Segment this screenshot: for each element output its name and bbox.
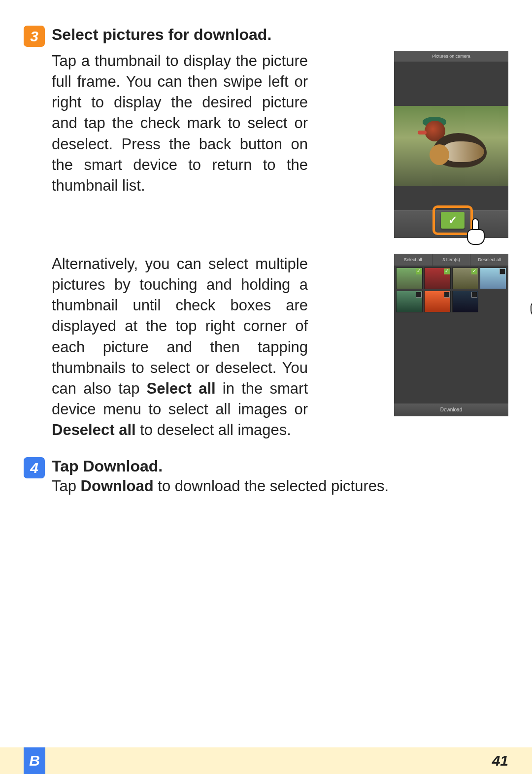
deselect-all-button[interactable]: Deselect all <box>470 254 508 266</box>
phone1-top-area <box>394 62 508 106</box>
phone1-title-bar: Pictures on camera <box>394 51 508 62</box>
thumbnail-checkbox[interactable] <box>499 269 505 274</box>
thumbnail-checkbox[interactable] <box>416 269 422 274</box>
selection-count: 3 Item(s) <box>432 254 471 266</box>
thumbnail-checkbox[interactable] <box>444 292 450 298</box>
select-checkmark-button[interactable]: ✓ <box>441 212 465 229</box>
manual-page: 3 Select pictures for download. Tap a th… <box>0 0 532 774</box>
page-number: 41 <box>492 747 508 774</box>
step-4-body: Tap Download to download the selected pi… <box>52 476 389 497</box>
figure-thumbnail-grid: Select all 3 Item(s) Deselect all Downlo… <box>394 254 508 416</box>
download-button[interactable]: Download <box>394 404 508 416</box>
thumbnail-checkbox[interactable] <box>471 269 477 274</box>
phone1-full-image[interactable] <box>394 106 508 186</box>
thumbnail[interactable] <box>480 268 506 289</box>
step-3-row-2: Alternatively, you can select multiple p… <box>24 254 508 440</box>
select-all-button[interactable]: Select all <box>394 254 432 266</box>
step-3-para-1: Tap a thumbnail to display the picture f… <box>52 51 308 196</box>
step-3-header: 3 Select pictures for download. <box>24 25 508 47</box>
step-4-header: 4 Tap Download. Tap Download to download… <box>24 456 508 497</box>
step-3-para-2: Alternatively, you can select multiple p… <box>52 254 308 440</box>
thumbnail-checkbox[interactable] <box>471 292 477 298</box>
step-3-row-1: Tap a thumbnail to display the picture f… <box>24 51 508 238</box>
tap-hand-icon <box>527 291 532 319</box>
thumbnail[interactable] <box>396 291 423 312</box>
tap-hand-icon <box>463 218 486 247</box>
step-4-title: Tap Download. <box>52 456 389 476</box>
phone2-top-menu: Select all 3 Item(s) Deselect all <box>394 254 508 266</box>
thumbnail[interactable] <box>396 268 423 289</box>
thumbnail-checkbox[interactable] <box>416 292 422 298</box>
thumbnail[interactable] <box>452 291 479 312</box>
phone1-toolbar: ✓ <box>394 210 508 238</box>
phone-screen-fullframe: Pictures on camera ✓ <box>394 51 508 238</box>
thumbnail-grid <box>394 266 508 314</box>
step-4-badge: 4 <box>24 457 45 478</box>
step-3-title: Select pictures for download. <box>52 25 271 44</box>
thumbnail[interactable] <box>424 268 451 289</box>
page-footer: B 41 <box>0 747 532 774</box>
section-tab: B <box>24 747 45 774</box>
step-3-badge: 3 <box>24 26 45 47</box>
figure-fullframe: Pictures on camera ✓ <box>394 51 508 238</box>
thumbnail[interactable] <box>424 291 451 312</box>
thumbnail[interactable] <box>452 268 479 289</box>
thumbnail-checkbox[interactable] <box>444 269 450 274</box>
phone-screen-grid: Select all 3 Item(s) Deselect all Downlo… <box>394 254 508 416</box>
